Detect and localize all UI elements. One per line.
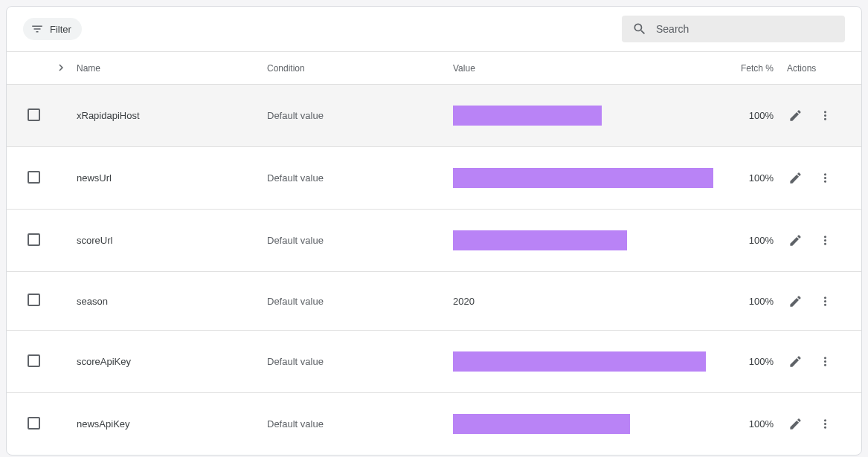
- row-checkbox[interactable]: [28, 171, 40, 184]
- more-actions-button[interactable]: [817, 293, 833, 309]
- pencil-icon: [788, 417, 803, 431]
- table-row[interactable]: seasonDefault value2020100%: [7, 272, 861, 331]
- cell-value: 2020: [453, 272, 726, 331]
- more-vert-icon: [818, 171, 832, 185]
- edit-button[interactable]: [787, 170, 803, 187]
- filter-icon: [30, 22, 44, 36]
- chevron-right-icon: [54, 61, 68, 74]
- more-vert-icon: [818, 108, 832, 123]
- cell-fetch-pct: 100%: [726, 85, 787, 147]
- redacted-value: [453, 168, 713, 188]
- cell-fetch-pct: 100%: [726, 210, 787, 272]
- header-value: Value: [453, 52, 726, 85]
- redacted-value: [453, 230, 627, 250]
- cell-value: [453, 393, 726, 456]
- search-input[interactable]: [656, 23, 835, 35]
- more-actions-button[interactable]: [817, 416, 833, 432]
- header-condition: Condition: [267, 52, 453, 85]
- cell-fetch-pct: 100%: [726, 272, 787, 331]
- header-fetch: Fetch %: [726, 52, 787, 85]
- table-row[interactable]: newsUrlDefault value100%: [7, 147, 861, 210]
- pencil-icon: [788, 354, 803, 369]
- pencil-icon: [788, 108, 803, 123]
- cell-name: scoreApiKey: [77, 331, 267, 393]
- cell-condition: Default value: [267, 85, 453, 147]
- parameters-panel: Filter Name Condition Value Fetch % Acti…: [6, 6, 862, 456]
- cell-value: [453, 331, 726, 393]
- cell-value: [453, 147, 726, 210]
- table-row[interactable]: scoreApiKeyDefault value100%: [7, 331, 861, 393]
- cell-fetch-pct: 100%: [726, 147, 787, 210]
- more-actions-button[interactable]: [817, 170, 833, 187]
- header-actions: Actions: [787, 52, 861, 85]
- pencil-icon: [788, 233, 803, 247]
- cell-condition: Default value: [267, 210, 453, 272]
- redacted-value: [453, 351, 706, 372]
- edit-button[interactable]: [787, 416, 803, 432]
- more-actions-button[interactable]: [817, 354, 833, 370]
- cell-name: newsApiKey: [77, 393, 267, 456]
- cell-name: newsUrl: [77, 147, 267, 210]
- cell-name: season: [77, 272, 267, 331]
- more-vert-icon: [818, 354, 832, 369]
- filter-label: Filter: [50, 24, 71, 35]
- edit-button[interactable]: [787, 108, 803, 124]
- row-checkbox[interactable]: [28, 354, 40, 367]
- cell-value: [453, 85, 726, 147]
- expand-all-toggle[interactable]: [53, 59, 69, 76]
- table-row[interactable]: scoreUrlDefault value100%: [7, 210, 861, 272]
- edit-button[interactable]: [787, 293, 803, 309]
- more-actions-button[interactable]: [817, 233, 833, 249]
- cell-name: scoreUrl: [77, 210, 267, 272]
- toolbar: Filter: [7, 7, 861, 52]
- row-checkbox[interactable]: [28, 417, 40, 430]
- redacted-value: [453, 106, 602, 126]
- pencil-icon: [788, 294, 803, 308]
- cell-name: xRapidapiHost: [77, 85, 267, 147]
- search-box[interactable]: [622, 16, 845, 42]
- row-checkbox[interactable]: [28, 233, 40, 246]
- row-checkbox[interactable]: [28, 294, 40, 306]
- filter-button[interactable]: Filter: [23, 18, 82, 40]
- edit-button[interactable]: [787, 233, 803, 249]
- table-row[interactable]: newsApiKeyDefault value100%: [7, 393, 861, 456]
- edit-button[interactable]: [787, 354, 803, 370]
- more-vert-icon: [818, 294, 832, 308]
- cell-fetch-pct: 100%: [726, 393, 787, 456]
- more-vert-icon: [818, 417, 832, 431]
- cell-fetch-pct: 100%: [726, 331, 787, 393]
- header-name: Name: [77, 52, 267, 85]
- search-icon: [632, 22, 647, 36]
- cell-condition: Default value: [267, 331, 453, 393]
- more-vert-icon: [818, 233, 832, 247]
- row-checkbox[interactable]: [28, 108, 40, 121]
- parameters-table: Name Condition Value Fetch % Actions xRa…: [7, 52, 861, 455]
- table-row[interactable]: xRapidapiHostDefault value100%: [7, 85, 861, 147]
- redacted-value: [453, 414, 630, 434]
- pencil-icon: [788, 171, 803, 185]
- more-actions-button[interactable]: [817, 108, 833, 124]
- cell-value: [453, 210, 726, 272]
- cell-condition: Default value: [267, 272, 453, 331]
- cell-condition: Default value: [267, 147, 453, 210]
- cell-condition: Default value: [267, 393, 453, 456]
